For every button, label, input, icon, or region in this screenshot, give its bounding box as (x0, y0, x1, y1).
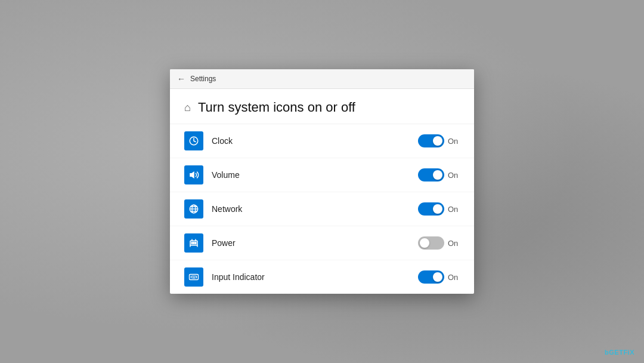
input-indicator-label: Input Indicator (212, 272, 418, 282)
volume-toggle-label: On (448, 171, 460, 180)
items-list: ClockOn VolumeOn NetworkOn PowerOn Input… (170, 124, 474, 294)
setting-item-clock: ClockOn (170, 124, 474, 158)
input-indicator-toggle-knob (433, 272, 442, 282)
clock-toggle-knob (433, 136, 442, 146)
back-button[interactable]: ← (177, 74, 185, 84)
svg-rect-10 (195, 242, 196, 244)
clock-toggle-label: On (448, 137, 460, 146)
power-toggle-knob (420, 238, 429, 248)
page-title: Turn system icons on or off (198, 100, 355, 115)
network-toggle-knob (433, 204, 442, 214)
svg-rect-15 (190, 275, 199, 280)
clock-label: Clock (212, 136, 418, 146)
network-toggle-group: On (418, 202, 460, 216)
power-toggle[interactable] (418, 236, 444, 250)
title-bar: ← Settings (170, 69, 474, 89)
svg-marker-1 (190, 171, 194, 179)
power-toggle-group: On (418, 236, 460, 250)
network-label: Network (212, 204, 418, 214)
setting-item-network: NetworkOn (170, 192, 474, 226)
input-indicator-toggle[interactable] (418, 270, 444, 284)
setting-item-power: PowerOn (170, 226, 474, 260)
input-indicator-toggle-group: On (418, 270, 460, 284)
settings-window: ← Settings ⌂ Turn system icons on or off… (170, 69, 474, 294)
clock-icon-box (184, 131, 203, 150)
input-indicator-icon-box (184, 267, 203, 287)
volume-toggle[interactable] (418, 168, 444, 182)
volume-icon-box (184, 165, 203, 184)
volume-toggle-knob (433, 170, 442, 180)
input-indicator-toggle-label: On (448, 273, 460, 282)
network-icon-box (184, 199, 203, 219)
clock-toggle[interactable] (418, 134, 444, 147)
svg-rect-9 (193, 242, 194, 244)
clock-toggle-group: On (418, 134, 460, 147)
volume-label: Volume (212, 170, 418, 180)
volume-toggle-group: On (418, 168, 460, 182)
power-label: Power (212, 238, 418, 248)
watermark: bGETFiX (605, 349, 634, 356)
network-toggle-label: On (448, 205, 460, 214)
network-toggle[interactable] (418, 202, 444, 216)
window-title: Settings (190, 75, 216, 83)
setting-item-volume: VolumeOn (170, 158, 474, 192)
power-toggle-label: On (448, 239, 460, 248)
svg-rect-8 (191, 242, 193, 244)
home-icon[interactable]: ⌂ (184, 101, 191, 114)
page-header: ⌂ Turn system icons on or off (170, 89, 474, 124)
power-icon-box (184, 233, 203, 253)
setting-item-input-indicator: Input IndicatorOn (170, 260, 474, 294)
